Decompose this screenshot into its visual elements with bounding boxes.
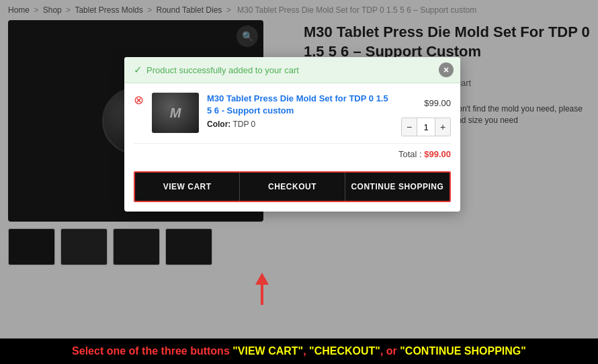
- check-icon: ✓: [134, 64, 142, 76]
- quantity-decrease-button[interactable]: −: [402, 118, 417, 136]
- modal-body: ⊗ M M30 Tablet Press Die Mold Set for TD…: [124, 83, 460, 212]
- quantity-control: − +: [401, 118, 451, 136]
- annotation-text: Select one of the three buttons "VIEW CA…: [11, 345, 587, 357]
- total-amount: $99.00: [424, 149, 451, 159]
- cart-total-row: Total : $99.00: [134, 143, 451, 165]
- modal-action-buttons: VIEW CART CHECKOUT CONTINUE SHOPPING: [134, 171, 451, 202]
- color-value: TDP 0: [232, 120, 255, 129]
- close-icon: ×: [443, 64, 449, 75]
- modal-product-name[interactable]: M30 Tablet Press Die Mold Set for TDP 0 …: [207, 93, 393, 117]
- continue-shopping-button[interactable]: CONTINUE SHOPPING: [345, 173, 450, 201]
- quantity-input[interactable]: [417, 118, 435, 136]
- modal-product-color: Color: TDP 0: [207, 120, 393, 129]
- modal-product-thumbnail: M: [152, 93, 199, 133]
- quantity-increase-button[interactable]: +: [435, 118, 450, 136]
- annotation-continue: "CONTINUE SHOPPING": [400, 345, 526, 357]
- bottom-annotation-bar: Select one of the three buttons "VIEW CA…: [0, 338, 598, 364]
- modal-close-button[interactable]: ×: [439, 62, 454, 77]
- modal-product-row: ⊗ M M30 Tablet Press Die Mold Set for TD…: [134, 93, 451, 136]
- modal-product-info: M30 Tablet Press Die Mold Set for TDP 0 …: [207, 93, 393, 129]
- product-price: $99.00: [424, 98, 451, 108]
- annotation-checkout: "CHECKOUT": [309, 345, 380, 357]
- success-notification: ✓ Product successfully added to your car…: [124, 57, 460, 83]
- remove-product-button[interactable]: ⊗: [134, 94, 144, 106]
- modal-product-image: M: [152, 93, 199, 133]
- cart-modal: × ✓ Product successfully added to your c…: [124, 57, 460, 212]
- annotation-prefix: Select one of the three buttons: [72, 345, 232, 357]
- arrow-shaft: [261, 285, 263, 305]
- arrow-annotation: [255, 273, 269, 305]
- price-qty-group: $99.00 − +: [401, 98, 451, 136]
- checkout-button[interactable]: CHECKOUT: [240, 173, 345, 201]
- annotation-view-cart: "VIEW CART": [232, 345, 303, 357]
- total-label: Total :: [398, 149, 422, 159]
- annotation-or: , or: [380, 345, 400, 357]
- annotation-comma1: ,: [303, 345, 309, 357]
- arrow-up-icon: [255, 273, 269, 285]
- success-message: Product successfully added to your cart: [146, 65, 299, 75]
- color-label: Color:: [207, 120, 230, 129]
- view-cart-button[interactable]: VIEW CART: [135, 173, 240, 201]
